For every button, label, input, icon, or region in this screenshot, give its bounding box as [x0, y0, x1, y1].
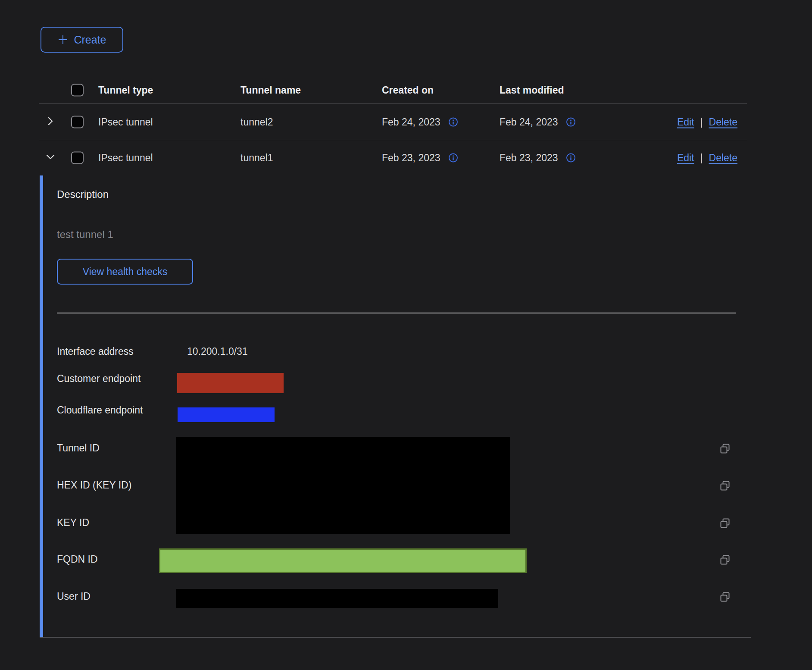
customer-endpoint-redacted-value: [177, 373, 284, 393]
action-separator: |: [700, 152, 703, 163]
create-button[interactable]: Create: [41, 27, 123, 53]
edit-link[interactable]: Edit: [677, 152, 694, 163]
tunnel-type-cell: IPsec tunnel: [98, 116, 153, 128]
panel-divider: [57, 313, 736, 313]
last-modified-cell: Feb 24, 2023: [500, 116, 558, 128]
copy-icon[interactable]: [719, 517, 731, 529]
column-header-created-on: Created on: [382, 85, 434, 96]
info-icon[interactable]: [566, 153, 576, 163]
delete-link[interactable]: Delete: [709, 116, 737, 128]
fqdn-id-redacted-value: [159, 548, 527, 573]
tunnel-name-cell: tunnel2: [240, 116, 273, 128]
chevron-down-icon[interactable]: [45, 151, 56, 164]
info-icon[interactable]: [448, 117, 458, 127]
copy-icon[interactable]: [719, 591, 731, 603]
last-modified-cell: Feb 23, 2023: [500, 152, 558, 163]
copy-icon[interactable]: [719, 554, 731, 566]
row-checkbox[interactable]: [71, 151, 84, 164]
cloudflare-endpoint-redacted-value: [178, 407, 275, 422]
tunnel-detail-panel: Description test tunnel 1 View health ch…: [40, 175, 751, 637]
create-button-label: Create: [74, 34, 106, 46]
fqdn-id-label: FQDN ID: [57, 554, 98, 565]
created-on-cell: Feb 23, 2023: [382, 152, 440, 163]
table-row: IPsec tunnel tunnel2 Feb 24, 2023 Feb 24…: [39, 104, 747, 140]
copy-icon[interactable]: [719, 443, 731, 455]
table-header-row: Tunnel type Tunnel name Created on Last …: [39, 77, 747, 104]
delete-link[interactable]: Delete: [709, 152, 737, 163]
customer-endpoint-label: Customer endpoint: [57, 373, 141, 385]
interface-address-label: Interface address: [57, 346, 134, 357]
column-header-last-modified: Last modified: [500, 85, 564, 96]
select-all-checkbox[interactable]: [71, 84, 84, 97]
info-icon[interactable]: [448, 153, 458, 163]
tunnel-name-cell: tunnel1: [240, 152, 273, 163]
expanded-row-accent-bar: [40, 175, 43, 637]
panel-bottom-divider: [40, 637, 751, 638]
column-header-tunnel-type: Tunnel type: [98, 85, 153, 96]
tunnel-id-label: Tunnel ID: [57, 442, 100, 454]
key-id-label: KEY ID: [57, 517, 89, 529]
plus-icon: [57, 34, 69, 45]
table-row: IPsec tunnel tunnel1 Feb 23, 2023 Feb 23…: [39, 140, 747, 175]
view-health-checks-button[interactable]: View health checks: [57, 259, 193, 285]
description-value: test tunnel 1: [57, 229, 113, 241]
tunnel-type-cell: IPsec tunnel: [98, 152, 153, 163]
user-id-label: User ID: [57, 591, 91, 602]
ids-redacted-value: [176, 437, 510, 534]
cloudflare-endpoint-label: Cloudflare endpoint: [57, 404, 143, 416]
info-icon[interactable]: [566, 117, 576, 127]
action-separator: |: [700, 116, 703, 128]
description-label: Description: [57, 188, 109, 200]
chevron-right-icon[interactable]: [45, 116, 56, 128]
row-checkbox[interactable]: [71, 116, 84, 128]
hex-id-label: HEX ID (KEY ID): [57, 479, 131, 491]
tunnels-page: Create Tunnel type Tunnel name Created o…: [0, 0, 812, 670]
edit-link[interactable]: Edit: [677, 116, 694, 128]
user-id-redacted-value: [176, 589, 498, 608]
created-on-cell: Feb 24, 2023: [382, 116, 440, 128]
copy-icon[interactable]: [719, 480, 731, 492]
column-header-tunnel-name: Tunnel name: [240, 85, 301, 96]
interface-address-value: 10.200.1.0/31: [187, 346, 248, 357]
